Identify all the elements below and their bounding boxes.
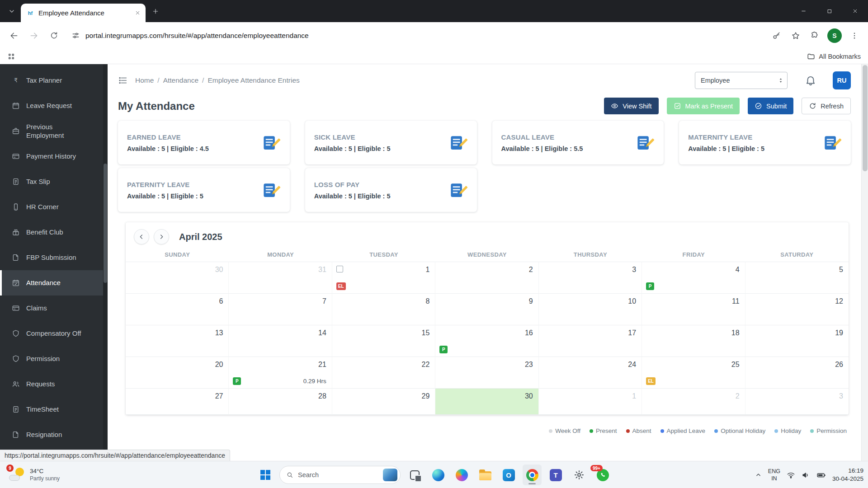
- calendar-cell[interactable]: 1EL: [332, 262, 435, 294]
- weather-widget[interactable]: 9 34°C Partly sunny: [5, 465, 62, 484]
- sidebar-item-tax-planner[interactable]: Tax Planner: [0, 68, 108, 93]
- calendar-cell[interactable]: 23: [435, 357, 538, 389]
- tab-close-icon[interactable]: [133, 9, 142, 18]
- calendar-cell[interactable]: 20: [126, 357, 229, 389]
- page-scrollbar-thumb[interactable]: [863, 65, 868, 171]
- sidebar-scrollbar-thumb[interactable]: [104, 164, 107, 283]
- sidebar-item-previous-employment[interactable]: Previous Employment: [0, 118, 108, 144]
- sidebar-item-claims[interactable]: Claims: [0, 296, 108, 321]
- user-avatar[interactable]: RU: [833, 71, 851, 89]
- browser-menu-icon[interactable]: [846, 28, 863, 44]
- profile-avatar[interactable]: S: [827, 28, 842, 43]
- sidebar-item-compensatory-off[interactable]: Compensatory Off: [0, 321, 108, 346]
- calendar-cell[interactable]: 29: [332, 389, 435, 415]
- language-indicator[interactable]: ENG IN: [768, 468, 780, 483]
- calendar-cell[interactable]: 16P: [435, 325, 538, 357]
- date-select-checkbox[interactable]: [336, 266, 343, 272]
- battery-icon[interactable]: [816, 470, 826, 480]
- chrome-button[interactable]: [523, 465, 542, 485]
- mark-as-present-button[interactable]: Mark as Present: [667, 98, 740, 114]
- calendar-cell[interactable]: 9: [435, 294, 538, 325]
- calendar-cell[interactable]: 13: [126, 325, 229, 357]
- calendar-cell[interactable]: 30: [126, 262, 229, 294]
- collapse-menu-icon[interactable]: [118, 75, 128, 85]
- sidebar-item-permission[interactable]: Permission: [0, 346, 108, 371]
- sidebar-item-payment-history[interactable]: Payment History: [0, 144, 108, 169]
- sidebar-item-benefit-club[interactable]: Benefit Club: [0, 220, 108, 245]
- calendar-cell[interactable]: 18: [642, 325, 745, 357]
- calendar-cell[interactable]: 210.29 HrsP: [229, 357, 332, 389]
- calendar-cell[interactable]: 19: [745, 325, 849, 357]
- sidebar-item-requests[interactable]: Requests: [0, 371, 108, 397]
- calendar-cell[interactable]: 5: [745, 262, 849, 294]
- calendar-cell[interactable]: 15: [332, 325, 435, 357]
- calendar-cell[interactable]: 27: [126, 389, 229, 415]
- teams-button[interactable]: T: [546, 465, 565, 485]
- page-scrollbar[interactable]: [861, 64, 868, 461]
- wifi-icon[interactable]: [787, 471, 795, 479]
- sidebar-item-resignation[interactable]: Resignation: [0, 422, 108, 447]
- calendar-cell[interactable]: 10: [539, 294, 642, 325]
- calendar-cell[interactable]: 11: [642, 294, 745, 325]
- sidebar-item-leave-request[interactable]: Leave Request: [0, 93, 108, 118]
- minimize-button[interactable]: [791, 0, 816, 22]
- outlook-button[interactable]: O: [499, 465, 518, 485]
- calendar-cell[interactable]: 2: [642, 389, 745, 415]
- calendar-cell[interactable]: 8: [332, 294, 435, 325]
- sidebar-item-attendance[interactable]: Attendance: [0, 270, 108, 296]
- view-shift-button[interactable]: View Shift: [604, 98, 658, 114]
- forward-button[interactable]: [25, 27, 42, 44]
- maximize-button[interactable]: [816, 0, 842, 22]
- taskbar-overflow-icon[interactable]: [755, 472, 762, 479]
- next-month-button[interactable]: [154, 229, 169, 244]
- password-manager-icon[interactable]: [769, 28, 785, 44]
- sidebar-item-tax-slip[interactable]: Tax Slip: [0, 169, 108, 194]
- calendar-cell[interactable]: 7: [229, 294, 332, 325]
- apps-grid-icon[interactable]: [7, 52, 15, 61]
- sidebar-item-fbp-submission[interactable]: FBP Submission: [0, 245, 108, 270]
- sidebar-item-timesheet[interactable]: TimeSheet: [0, 397, 108, 422]
- browser-tab[interactable]: hf Employee Attendance: [21, 4, 146, 22]
- prev-month-button[interactable]: [134, 229, 149, 244]
- breadcrumb-item[interactable]: Home: [135, 76, 154, 84]
- copilot-button[interactable]: [452, 465, 471, 485]
- sidebar-scrollbar[interactable]: [103, 64, 108, 461]
- site-settings-icon[interactable]: [71, 31, 80, 40]
- task-view-button[interactable]: [405, 465, 424, 485]
- calendar-cell[interactable]: 6: [126, 294, 229, 325]
- all-bookmarks-button[interactable]: All Bookmarks: [807, 52, 861, 61]
- address-bar[interactable]: portal.integrumapps.com/hrsuite/#/app/at…: [65, 31, 766, 40]
- calendar-cell[interactable]: 24: [539, 357, 642, 389]
- calendar-cell[interactable]: 25EL: [642, 357, 745, 389]
- settings-button[interactable]: [570, 465, 589, 485]
- tab-search-button[interactable]: [5, 4, 19, 19]
- calendar-cell[interactable]: 31: [229, 262, 332, 294]
- calendar-cell-today[interactable]: 30: [435, 389, 538, 415]
- edge-button[interactable]: [429, 465, 448, 485]
- extensions-icon[interactable]: [807, 28, 823, 44]
- calendar-cell[interactable]: 26: [745, 357, 849, 389]
- calendar-cell[interactable]: 12: [745, 294, 849, 325]
- role-select[interactable]: Employee: [695, 72, 788, 89]
- calendar-cell[interactable]: 3: [539, 262, 642, 294]
- url-text[interactable]: portal.integrumapps.com/hrsuite/#/app/at…: [85, 32, 309, 40]
- start-button[interactable]: [256, 465, 275, 485]
- calendar-cell[interactable]: 1: [539, 389, 642, 415]
- calendar-cell[interactable]: 22: [332, 357, 435, 389]
- new-tab-button[interactable]: [148, 4, 163, 19]
- calendar-cell[interactable]: 17: [539, 325, 642, 357]
- calendar-cell[interactable]: 28: [229, 389, 332, 415]
- notifications-bell-icon[interactable]: [805, 75, 816, 86]
- taskbar-search[interactable]: Search: [279, 466, 401, 484]
- calendar-cell[interactable]: 2: [435, 262, 538, 294]
- submit-button[interactable]: Submit: [748, 98, 793, 114]
- whatsapp-button[interactable]: 99+: [593, 465, 612, 485]
- back-button[interactable]: [5, 27, 23, 44]
- close-button[interactable]: [842, 0, 868, 22]
- file-explorer-button[interactable]: [476, 465, 495, 485]
- calendar-cell[interactable]: 14: [229, 325, 332, 357]
- reload-button[interactable]: [45, 27, 62, 44]
- volume-icon[interactable]: [802, 471, 810, 479]
- bookmark-star-icon[interactable]: [788, 28, 804, 44]
- calendar-cell[interactable]: 3: [745, 389, 849, 415]
